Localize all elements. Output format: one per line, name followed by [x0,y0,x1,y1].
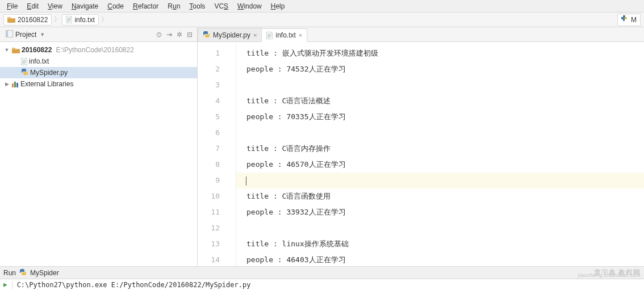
main-area: Project ▼ ⊙ ⇥ ✲ ⊟ ▼ 20160822 E:\PythonCo… [0,27,644,266]
tree-external-libraries[interactable]: ▶ External Libraries [0,78,197,90]
run-label[interactable]: Run [3,269,16,277]
console-bar: ▶ C:\Python27\python.exe E:/PythonCode/2… [0,279,644,290]
settings-icon[interactable]: ✲ [177,31,182,39]
menu-navigate[interactable]: Navigate [67,1,103,11]
tab-label: MySpider.py [213,31,250,39]
breadcrumb-separator-end: 〉 [101,15,108,24]
svg-rect-1 [6,30,8,37]
project-tree: ▼ 20160822 E:\PythonCode\20160822 info.t… [0,42,197,266]
menu-file[interactable]: File [2,1,22,11]
line-number: 11 [198,204,236,220]
menu-code[interactable]: Code [103,1,128,11]
code-line-active [236,173,644,188]
python-file-icon [21,68,28,77]
target-icon[interactable]: ⊙ [156,31,162,39]
file-icon [66,16,72,23]
code-lines[interactable]: title : 嵌入式驱动开发环境搭建初级 people : 74532人正在学… [236,42,644,266]
close-icon[interactable]: × [253,32,257,39]
menu-edit[interactable]: Edit [22,1,43,11]
project-panel-icon [6,30,13,39]
tree-project-name: 20160822 [22,46,52,54]
code-line: people : 74532人正在学习 [236,61,644,77]
tab-myspider[interactable]: MySpider.py × [198,28,262,41]
line-number: 14 [198,252,236,266]
code-line [236,220,644,236]
menu-tools[interactable]: Tools [185,1,210,11]
code-line: title : 嵌入式驱动开发环境搭建初级 [236,45,644,61]
run-icon[interactable]: ▶ [3,281,7,288]
tab-label: info.txt [275,31,295,39]
console-command: C:\Python27\python.exe E:/PythonCode/201… [17,281,251,289]
library-icon [12,81,19,87]
code-line: title : C语言内存操作 [236,141,644,157]
chevron-right-icon[interactable]: ▶ [3,81,10,87]
line-number: 7 [198,141,236,157]
code-line: people : 46570人正在学习 [236,157,644,173]
tree-file-label: MySpider.py [30,69,68,77]
chevron-down-icon[interactable]: ▼ [3,47,10,53]
chevron-down-icon[interactable]: ▼ [40,32,45,37]
menu-bar: File Edit View Navigate Code Refactor Ru… [0,0,644,12]
breadcrumb-file[interactable]: info.txt [62,14,98,26]
menu-vcs[interactable]: VCS [210,1,233,11]
code-line: people : 70335人正在学习 [236,109,644,125]
sidebar-title-label: Project [15,31,36,39]
tree-file-info[interactable]: info.txt [0,56,197,67]
python-icon [621,15,629,24]
code-line: title : linux操作系统基础 [236,236,644,252]
watermark-sub: jiaocheng.chazidian.com [578,272,641,278]
tree-file-label: info.txt [29,57,49,65]
tree-project-root[interactable]: ▼ 20160822 E:\PythonCode\20160822 [0,44,197,56]
close-icon[interactable]: × [299,32,302,39]
line-number: 10 [198,188,236,204]
code-line [236,125,644,141]
tab-info[interactable]: info.txt × [261,28,307,42]
line-number: 13 [198,236,236,252]
python-icon [19,268,27,278]
menu-window[interactable]: Window [233,1,266,11]
sidebar-header: Project ▼ ⊙ ⇥ ✲ ⊟ [0,27,197,42]
menu-help[interactable]: Help [266,1,290,11]
line-number: 8 [198,157,236,173]
line-number: 9 [198,173,236,188]
line-number: 12 [198,220,236,236]
nav-right-label: M [631,16,637,24]
line-number: 4 [198,93,236,109]
breadcrumb-file-label: info.txt [74,16,94,24]
text-caret [246,176,246,186]
file-icon [266,32,273,39]
menu-run[interactable]: Run [163,1,185,11]
code-line: people : 33932人正在学习 [236,204,644,220]
code-line: people : 46403人正在学习 [236,252,644,266]
run-config-label[interactable]: MySpider [30,269,59,277]
separator [12,281,12,289]
line-gutter: 1 2 3 4 5 6 7 8 9 10 11 12 13 14 [198,42,236,266]
line-number: 6 [198,125,236,141]
code-line [236,77,644,93]
editor-tabs: MySpider.py × info.txt × [198,27,644,42]
breadcrumb-root-label: 20160822 [18,16,48,24]
line-number: 3 [198,77,236,93]
python-file-icon [203,31,210,40]
line-number: 5 [198,109,236,125]
code-line: title : C语言函数使用 [236,188,644,204]
code-viewport[interactable]: 1 2 3 4 5 6 7 8 9 10 11 12 13 14 title :… [198,42,644,266]
hide-icon[interactable]: ⊟ [187,31,193,39]
tree-project-path: E:\PythonCode\20160822 [56,46,133,54]
menu-refactor[interactable]: Refactor [128,1,163,11]
sidebar-title[interactable]: Project ▼ [2,29,48,40]
file-icon [21,58,27,65]
collapse-icon[interactable]: ⇥ [166,31,172,39]
line-number: 1 [198,45,236,61]
breadcrumb-root[interactable]: 20160822 [3,14,52,26]
tree-external-label: External Libraries [20,80,73,88]
folder-icon [7,16,15,23]
editor-area: MySpider.py × info.txt × 1 2 3 4 5 6 7 8 [198,27,644,266]
tree-file-myspider[interactable]: MySpider.py [0,67,197,78]
nav-right-button[interactable]: M [617,14,641,26]
menu-view[interactable]: View [43,1,67,11]
project-sidebar: Project ▼ ⊙ ⇥ ✲ ⊟ ▼ 20160822 E:\PythonCo… [0,27,198,266]
breadcrumb-bar: 20160822 〉 info.txt 〉 M [0,12,644,27]
sidebar-tools: ⊙ ⇥ ✲ ⊟ [156,31,195,39]
breadcrumb-separator: 〉 [54,15,61,24]
